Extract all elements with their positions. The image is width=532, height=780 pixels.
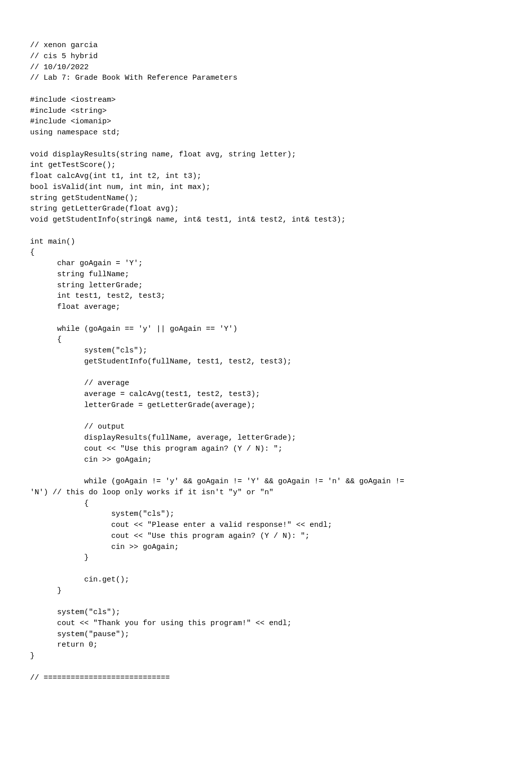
code-block: // xenon garcia // cis 5 hybrid // 10/10…	[30, 40, 502, 683]
